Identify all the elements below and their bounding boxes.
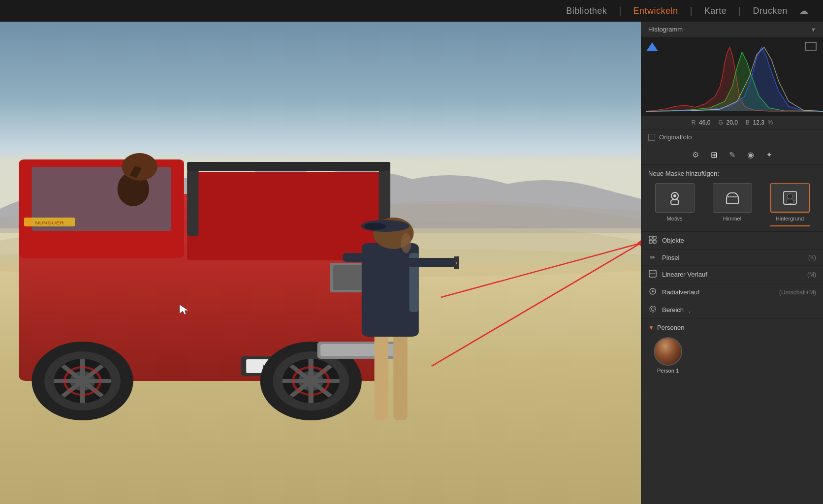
- svg-line-40: [133, 167, 138, 177]
- svg-point-24: [64, 367, 100, 395]
- originalfoto-checkbox[interactable]: [648, 134, 655, 141]
- mask-btn-hintergrund-box: [770, 183, 810, 213]
- svg-point-33: [293, 367, 329, 395]
- sliders-icon[interactable]: ⚙: [692, 150, 699, 159]
- photo-scene: ET-55-NU: [0, 22, 641, 504]
- linear-label: Linearer Verlauf: [662, 271, 707, 278]
- histogram-values: R 46,0 G 20,0 B 12,3 %: [641, 116, 823, 129]
- top-bar: Bibliothek | Entwickeln | Karte | Drucke…: [0, 0, 823, 22]
- cloud-icon: ☁: [799, 5, 808, 16]
- mask-btn-hintergrund[interactable]: Hintergrund: [763, 183, 816, 226]
- nav-drucken[interactable]: Drucken: [753, 6, 788, 16]
- mask-btn-himmel-box: [713, 183, 752, 213]
- svg-point-68: [788, 194, 792, 199]
- nav-sep-3: |: [738, 5, 741, 17]
- radial-label: Radialverlauf: [662, 288, 699, 296]
- svg-rect-69: [787, 199, 793, 203]
- svg-rect-51: [24, 218, 75, 226]
- himmel-icon: [725, 190, 740, 206]
- svg-rect-34: [317, 342, 400, 359]
- menu-objekte[interactable]: Objekte: [641, 232, 823, 250]
- crop-icon[interactable]: ⊞: [711, 150, 717, 159]
- svg-rect-41: [375, 332, 388, 420]
- histogram-header[interactable]: Histogramm ▼: [641, 22, 823, 37]
- neue-maske-label: Neue Maske hinzufügen:: [648, 170, 816, 177]
- mask-btn-himmel[interactable]: Himmel: [706, 183, 759, 226]
- svg-rect-36: [330, 263, 387, 292]
- svg-point-5: [0, 248, 641, 278]
- svg-point-18: [54, 359, 111, 403]
- radial-shortcut: (Umschalt+M): [779, 289, 816, 296]
- svg-point-49: [364, 223, 386, 230]
- svg-point-25: [260, 342, 362, 420]
- nav-bibliothek[interactable]: Bibliothek: [566, 6, 607, 16]
- person-1-item[interactable]: Person 1: [648, 337, 688, 374]
- menu-pinsel[interactable]: ✏ Pinsel (K): [641, 250, 823, 266]
- personen-title: Personen: [657, 324, 685, 331]
- svg-point-26: [273, 351, 349, 410]
- svg-rect-60: [671, 200, 679, 205]
- svg-rect-7: [19, 159, 184, 258]
- photo-area[interactable]: ET-55-NU: [0, 22, 641, 504]
- svg-line-55: [432, 243, 641, 366]
- svg-point-3: [0, 219, 641, 317]
- svg-line-32: [291, 366, 331, 396]
- svg-rect-13: [241, 356, 317, 376]
- photo-background: ET-55-NU: [0, 22, 641, 504]
- svg-point-78: [650, 306, 656, 312]
- svg-point-39: [122, 153, 158, 181]
- svg-point-38: [117, 172, 149, 206]
- svg-rect-12: [187, 162, 390, 171]
- menu-bereich-left: Bereich .: [648, 305, 691, 315]
- originalfoto-row: Originalfoto: [641, 129, 823, 145]
- originalfoto-label: Originalfoto: [659, 133, 692, 141]
- mask-btn-hintergrund-label: Hintergrund: [776, 216, 804, 221]
- hintergrund-underline: [770, 225, 810, 226]
- svg-point-48: [361, 220, 410, 232]
- svg-point-16: [32, 342, 133, 420]
- pinsel-label: Pinsel: [662, 254, 679, 261]
- objekte-label: Objekte: [662, 237, 684, 244]
- svg-rect-0: [0, 22, 641, 278]
- settings-icon[interactable]: ✦: [766, 150, 772, 159]
- nav-entwickeln[interactable]: Entwickeln: [633, 6, 678, 16]
- histogram-chart: [641, 37, 823, 116]
- menu-linearer-verlauf[interactable]: Linearer Verlauf (M): [641, 266, 823, 284]
- personen-section: ▼ Personen Person 1: [641, 319, 823, 378]
- svg-text:NUNGUER: NUNGUER: [35, 220, 64, 225]
- mask-buttons-row: Motivs Himmel: [648, 183, 816, 226]
- expand-panel-arrow[interactable]: ›: [454, 256, 459, 269]
- personen-list: Person 1: [648, 337, 816, 374]
- right-panel: Histogramm ▼: [641, 22, 823, 504]
- motivs-icon: [667, 190, 683, 206]
- menu-radialverlauf[interactable]: Radialverlauf (Umschalt+M): [641, 284, 823, 301]
- svg-point-28: [298, 371, 324, 391]
- svg-rect-71: [653, 236, 656, 239]
- svg-rect-35: [320, 344, 397, 356]
- neue-maske-section: Neue Maske hinzufügen: Motivs: [641, 165, 823, 232]
- nav-sep-1: |: [619, 5, 621, 17]
- bereich-dot: .: [689, 306, 691, 314]
- nav-karte[interactable]: Karte: [704, 6, 727, 16]
- linear-icon: [648, 270, 657, 279]
- svg-point-79: [651, 308, 654, 311]
- svg-rect-9: [187, 172, 390, 260]
- menu-pinsel-left: ✏ Pinsel: [648, 253, 679, 261]
- svg-line-22: [63, 366, 102, 396]
- histogram-collapse-arrow[interactable]: ▼: [811, 27, 816, 32]
- svg-rect-8: [32, 167, 171, 231]
- svg-point-2: [190, 204, 641, 292]
- svg-rect-43: [362, 243, 419, 337]
- bereich-label: Bereich: [662, 306, 684, 314]
- menu-bereich[interactable]: Bereich .: [641, 301, 823, 319]
- mask-btn-motivs[interactable]: Motivs: [648, 183, 701, 226]
- brush-icon[interactable]: ✎: [729, 150, 735, 159]
- personen-expand-arrow[interactable]: ▼: [648, 324, 654, 331]
- svg-point-1: [0, 219, 317, 297]
- motivs-underline: [655, 224, 695, 225]
- svg-rect-11: [379, 162, 390, 236]
- eye-icon[interactable]: ◉: [747, 150, 754, 159]
- menu-objekte-left: Objekte: [648, 236, 684, 245]
- svg-point-50: [401, 233, 412, 253]
- himmel-underline: [713, 224, 752, 225]
